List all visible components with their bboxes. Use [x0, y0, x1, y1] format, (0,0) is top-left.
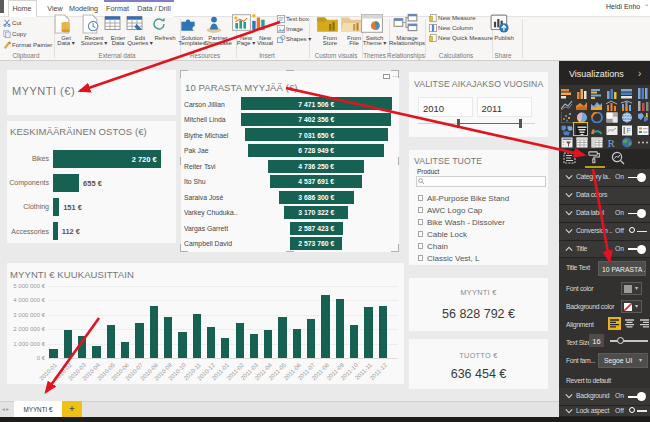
svg-text:R: R	[608, 137, 616, 148]
svg-text:F: F	[627, 127, 631, 134]
